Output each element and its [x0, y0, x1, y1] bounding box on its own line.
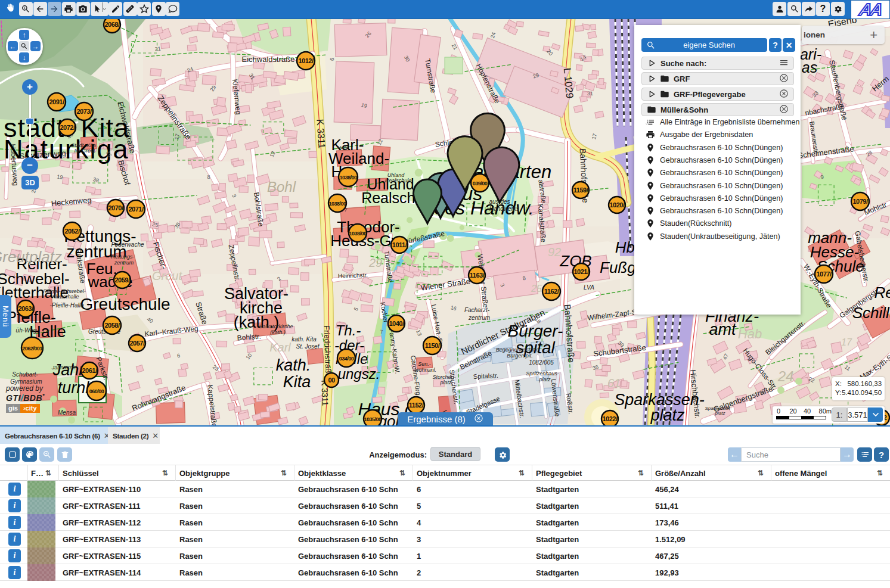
svg-text:Greutplatz: Greutplatz	[0, 248, 62, 266]
svg-text:2073/: 2073/	[76, 108, 91, 115]
svg-text:1020/: 1020/	[609, 201, 624, 209]
svg-text:24: 24	[777, 368, 794, 384]
svg-text:61: 61	[607, 377, 621, 390]
svg-text:7: 7	[380, 329, 383, 335]
svg-text:platz: platz	[715, 410, 725, 416]
svg-text:25: 25	[152, 221, 159, 228]
svg-text:21: 21	[154, 46, 161, 52]
svg-text:1162/: 1162/	[544, 288, 559, 295]
svg-text:19: 19	[57, 173, 63, 180]
svg-text:92: 92	[548, 245, 561, 259]
svg-text:platz: platz	[439, 379, 452, 385]
svg-text:060/00: 060/00	[89, 388, 104, 394]
svg-text:Bürgerspit.: Bürgerspit.	[507, 353, 533, 359]
svg-text:1082/005: 1082/005	[529, 359, 554, 366]
svg-text:2070/: 2070/	[108, 204, 123, 211]
svg-text:17: 17	[173, 133, 181, 141]
svg-text:039/00: 039/00	[473, 181, 488, 186]
svg-text:Realschule: Realschule	[385, 178, 412, 183]
svg-text:Naturkiga: Naturkiga	[4, 134, 129, 164]
svg-text:31: 31	[587, 91, 593, 97]
svg-text:2063/: 2063/	[18, 305, 33, 312]
svg-text:Greutschule: Greutschule	[80, 295, 170, 313]
svg-text:2058/: 2058/	[104, 322, 119, 329]
svg-text:K 3311: K 3311	[315, 119, 327, 149]
svg-text:Heinrichstr.: Heinrichstr.	[338, 272, 368, 279]
svg-text:1079/: 1079/	[852, 198, 867, 205]
svg-text:Facharzt-: Facharzt-	[464, 307, 490, 313]
svg-text:Eichwaldstraße: Eichwaldstraße	[242, 55, 295, 64]
svg-text:2068/: 2068/	[104, 21, 119, 28]
svg-text:2072/: 2072/	[60, 124, 75, 131]
svg-text:1038/00: 1038/00	[339, 175, 357, 181]
svg-text:1012/: 1012/	[298, 57, 313, 64]
svg-text:platz: platz	[650, 406, 685, 424]
svg-text:00: 00	[328, 377, 335, 384]
svg-text:1077/: 1077/	[816, 270, 831, 278]
svg-text:Feuerwache: Feuerwache	[111, 241, 144, 248]
svg-text:29: 29	[368, 256, 382, 269]
svg-text:2052/: 2052/	[64, 228, 79, 235]
svg-text:034/00: 034/00	[339, 356, 354, 362]
svg-text:25: 25	[531, 284, 542, 294]
svg-text:2062/001: 2062/001	[22, 346, 42, 351]
svg-text:1011/: 1011/	[392, 241, 407, 248]
svg-text:Friedrichstraße: Friedrichstraße	[322, 325, 333, 378]
svg-text:Begegnungsstätte: Begegnungsstätte	[496, 347, 539, 353]
svg-text:Spritzenhaus-: Spritzenhaus-	[526, 371, 559, 377]
svg-text:2057/: 2057/	[129, 340, 144, 347]
svg-text:1040/: 1040/	[389, 320, 404, 327]
svg-text:Greut: Greut	[152, 269, 182, 282]
svg-text:2059/: 2059/	[114, 276, 129, 284]
svg-text:Hab: Hab	[738, 326, 762, 341]
svg-text:-Pfeifle-Halle: -Pfeifle-Halle	[49, 302, 84, 309]
svg-text:Bürger-: Bürger-	[508, 322, 563, 340]
svg-text:Bohl: Bohl	[267, 179, 296, 195]
svg-text:amt: amt	[709, 321, 737, 338]
svg-text:1150/: 1150/	[425, 342, 440, 349]
svg-text:1022/: 1022/	[602, 415, 617, 422]
svg-text:zentrum: zentrum	[114, 260, 134, 266]
svg-text:1035/00: 1035/00	[364, 416, 382, 422]
svg-text:Schubart-: Schubart-	[12, 371, 38, 378]
svg-text:8: 8	[207, 174, 210, 180]
svg-text:17: 17	[841, 337, 852, 347]
svg-text:zentrum: zentrum	[468, 315, 490, 321]
svg-text:1021/: 1021/	[573, 268, 588, 275]
svg-text:Karl: Karl	[269, 341, 291, 354]
svg-text:LVA: LVA	[584, 284, 594, 291]
svg-text:Spitalstr.: Spitalstr.	[473, 372, 498, 380]
svg-text:üh-Weg: üh-Weg	[16, 327, 37, 334]
svg-text:1159/: 1159/	[573, 186, 588, 194]
svg-text:1038/00: 1038/00	[349, 231, 367, 237]
svg-text:Halle: Halle	[337, 145, 349, 150]
svg-text:Im Greut: Im Greut	[74, 148, 95, 154]
svg-text:kath.: kath.	[276, 356, 311, 374]
svg-text:Sen.-: Sen.-	[418, 361, 431, 367]
svg-text:platz: platz	[538, 377, 551, 382]
svg-text:Th.-: Th.-	[336, 322, 361, 338]
svg-text:kath. Kita: kath. Kita	[292, 336, 317, 343]
svg-text:Kita: Kita	[283, 373, 311, 391]
svg-text:Schille: Schille	[852, 304, 890, 322]
svg-text:wohnanl.: wohnanl.	[415, 367, 436, 373]
svg-text:2071/: 2071/	[128, 206, 143, 213]
svg-text:as: as	[802, 59, 817, 76]
svg-text:Jahnturnh.: Jahnturnh.	[51, 365, 77, 371]
svg-text:Rettungs-: Rettungs-	[111, 254, 134, 260]
svg-text:Kletterhalle: Kletterhalle	[52, 294, 79, 300]
svg-text:Re: Re	[874, 284, 890, 301]
svg-text:2091/: 2091/	[49, 98, 64, 105]
svg-text:1038/00: 1038/00	[328, 201, 346, 207]
svg-text:Bohlstr.: Bohlstr.	[237, 332, 261, 343]
svg-text:2061/: 2061/	[82, 367, 97, 374]
svg-text:(kath.): (kath.)	[270, 329, 286, 335]
svg-text:1163/: 1163/	[470, 272, 485, 279]
svg-text:Salvatorkirche: Salvatorkirche	[259, 323, 293, 329]
svg-text:Handwerks: Handwerks	[489, 206, 519, 212]
svg-text:1152/: 1152/	[409, 402, 424, 409]
svg-text:St. Josef: St. Josef	[296, 343, 320, 350]
svg-text:ungsz.: ungsz.	[338, 366, 380, 382]
